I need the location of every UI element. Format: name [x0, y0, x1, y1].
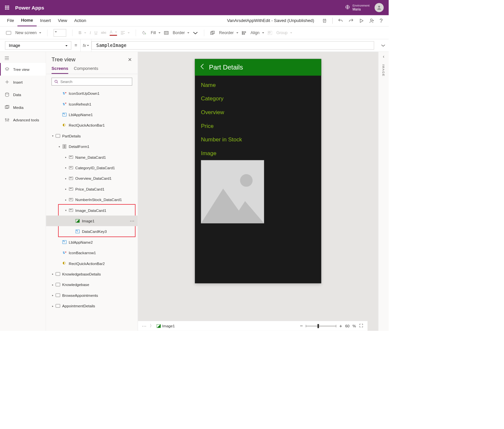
align-button[interactable]: Align: [242, 31, 264, 35]
undo-icon[interactable]: [335, 18, 346, 24]
form-icon: [63, 144, 66, 148]
play-icon[interactable]: [356, 18, 366, 23]
tree-node[interactable]: ▸Overview_DataCard1: [46, 173, 138, 184]
tree-node[interactable]: ▸KnowledgebaseDetails: [46, 269, 138, 279]
tree-node[interactable]: RectQuickActionBar2: [46, 258, 138, 269]
svg-point-18: [240, 174, 253, 187]
tree-node[interactable]: ▸BrowseAppointments: [46, 290, 138, 300]
tab-components[interactable]: Components: [74, 66, 98, 74]
new-screen-button[interactable]: New screen: [6, 31, 41, 35]
chevron-right-icon: ▸: [64, 177, 68, 180]
hamburger-icon[interactable]: [0, 54, 46, 63]
label-icon: [76, 230, 80, 233]
waffle-icon[interactable]: [5, 6, 9, 10]
image-placeholder[interactable]: [201, 160, 264, 223]
tree-node-label: BrowseAppointments: [62, 293, 98, 297]
zoom-out-icon[interactable]: −: [300, 323, 303, 329]
share-icon[interactable]: [366, 18, 377, 24]
plus-icon: [5, 79, 10, 84]
tree-node-label: Name_DataCard1: [75, 155, 106, 159]
tree-node[interactable]: ⇅♥IconBackarrow1: [46, 247, 138, 258]
environment-picker[interactable]: Environment Maria: [345, 4, 370, 11]
tree-node[interactable]: ▸AppointmentDetails: [46, 300, 138, 311]
tree-node[interactable]: Image1···: [46, 215, 138, 226]
menu-home[interactable]: Home: [18, 15, 37, 26]
breadcrumb-more-icon[interactable]: ···: [142, 324, 146, 328]
expand-properties-icon[interactable]: ‹: [383, 54, 384, 59]
svg-point-15: [8, 119, 9, 120]
rail-media[interactable]: Media: [0, 101, 46, 114]
border-button[interactable]: Border: [164, 31, 190, 35]
tree-node[interactable]: LblAppName2: [46, 237, 138, 247]
card-icon: [69, 177, 73, 180]
tree-node[interactable]: ▾PartDetails: [46, 131, 138, 141]
card-icon: [69, 188, 73, 191]
tree-node[interactable]: ▸Price_DataCard1: [46, 184, 138, 194]
tree-search[interactable]: [51, 78, 132, 86]
fit-icon[interactable]: [359, 323, 363, 329]
tree-node[interactable]: ⇅♥IconSortUpDown1: [46, 88, 138, 98]
bold-button[interactable]: B: [79, 31, 86, 35]
close-icon[interactable]: ✕: [128, 57, 132, 63]
rail-tree-view[interactable]: Tree view: [0, 63, 46, 76]
tree-node[interactable]: ▸Name_DataCard1: [46, 152, 138, 162]
tree-node[interactable]: ▸CategoryID_DataCard1: [46, 162, 138, 173]
screen-icon: [56, 134, 60, 138]
zoom-slider[interactable]: [306, 325, 336, 326]
tab-screens[interactable]: Screens: [51, 66, 68, 74]
tree-node[interactable]: ⇅♥IconRefresh1: [46, 99, 138, 109]
image-icon: [76, 219, 80, 223]
text-align-button[interactable]: [121, 31, 130, 34]
layers-icon: [5, 67, 10, 72]
chevron-right-icon: ▸: [64, 187, 68, 191]
chevron-down-icon: [65, 43, 68, 48]
redo-icon[interactable]: [346, 18, 356, 24]
formula-input[interactable]: SampleImage: [91, 41, 374, 50]
font-color-button[interactable]: A: [110, 30, 117, 36]
avatar[interactable]: [375, 3, 384, 12]
fill-button[interactable]: Fill: [142, 31, 160, 35]
reorder-button[interactable]: Reorder: [210, 31, 238, 35]
rail-advanced[interactable]: Advanced tools: [0, 113, 46, 126]
breadcrumb[interactable]: Image1: [157, 324, 175, 328]
more-format-button[interactable]: [193, 31, 198, 34]
property-dropdown[interactable]: Image: [5, 41, 71, 50]
strike-button[interactable]: abc: [101, 31, 106, 35]
tree-node[interactable]: ▾Image_DataCard1: [46, 205, 138, 215]
tree-node[interactable]: RectQuickActionBar1: [46, 120, 138, 131]
chevron-right-icon: ▸: [51, 283, 55, 286]
tree-node[interactable]: DataCardKey3: [46, 226, 138, 237]
tree-node[interactable]: LblAppName1: [46, 109, 138, 120]
fx-button[interactable]: fx: [80, 39, 91, 52]
zoom-in-icon[interactable]: +: [339, 323, 342, 329]
expand-formula-icon[interactable]: [378, 39, 389, 52]
equals-label: =: [71, 39, 81, 52]
svg-marker-17: [201, 189, 264, 223]
menu-insert[interactable]: Insert: [37, 15, 54, 26]
menu-action[interactable]: Action: [71, 15, 90, 26]
rail-insert[interactable]: Insert: [0, 76, 46, 89]
tree-node-label: IconBackarrow1: [69, 251, 96, 255]
icon-sort: ⇅♥: [63, 102, 67, 106]
screen-icon: [56, 272, 60, 276]
tree-node[interactable]: ▸NumberInStock_DataCard1: [46, 194, 138, 205]
more-icon[interactable]: ···: [130, 219, 135, 223]
rail-data[interactable]: Data: [0, 88, 46, 101]
theme-dropdown[interactable]: [53, 29, 66, 36]
italic-button[interactable]: I: [89, 31, 91, 35]
help-icon[interactable]: ?: [377, 17, 385, 24]
group-button[interactable]: Group: [268, 31, 292, 35]
chevron-right-icon: ▸: [64, 155, 68, 159]
tree-node[interactable]: ▸Knowledgebase: [46, 279, 138, 290]
underline-button[interactable]: U: [94, 31, 97, 35]
screen-icon: [56, 283, 60, 286]
tree-node[interactable]: ▾DetailForm1: [46, 141, 138, 152]
environment-name: Maria: [353, 8, 370, 11]
menu-file[interactable]: File: [4, 15, 18, 26]
search-input[interactable]: [60, 79, 129, 84]
tree-panel-title: Tree view: [51, 56, 75, 63]
chevron-right-icon: ▸: [51, 272, 55, 276]
app-checker-icon[interactable]: [319, 18, 330, 24]
menu-view[interactable]: View: [54, 15, 71, 26]
back-icon[interactable]: [200, 63, 205, 72]
